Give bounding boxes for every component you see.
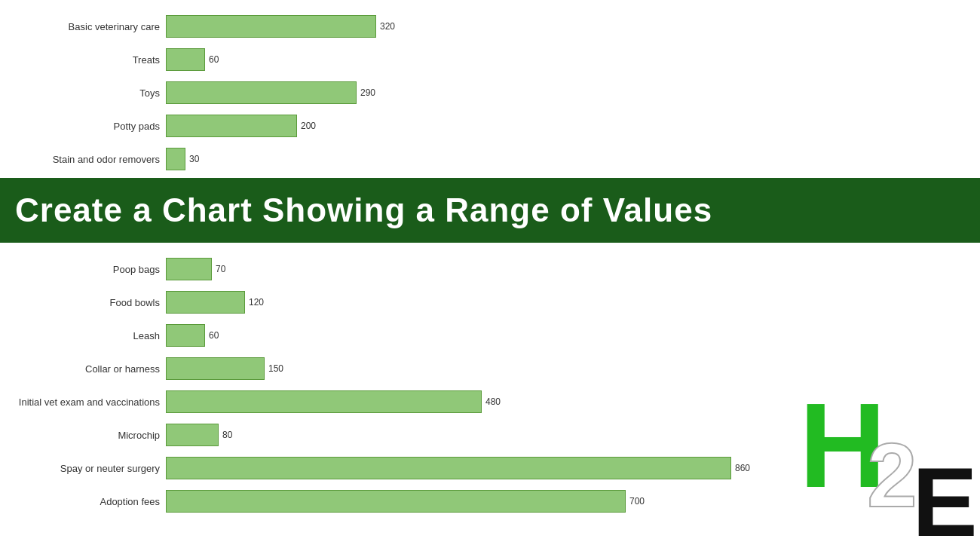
logo-2: 2 (867, 423, 917, 527)
chart-row: Treats60 (0, 45, 980, 74)
bar-value: 290 (360, 87, 375, 98)
logo: H 2 E (799, 385, 965, 536)
bar-value: 480 (485, 396, 501, 407)
bar (166, 258, 212, 280)
chart-row: Potty pads200 (0, 112, 980, 140)
bar-wrapper: 120 (166, 291, 264, 314)
bar-wrapper: 80 (166, 424, 232, 446)
bar-wrapper: 60 (166, 48, 219, 71)
chart-row: Stain and odor removers30 (0, 145, 980, 173)
banner: Create a Chart Showing a Range of Values (0, 178, 980, 243)
chart-label: Potty pads (0, 121, 166, 132)
bar (166, 490, 626, 513)
bar (166, 390, 482, 413)
chart-label: Treats (0, 54, 166, 66)
bar-wrapper: 60 (166, 324, 219, 347)
bar (166, 115, 297, 137)
bar-value: 700 (629, 496, 645, 507)
main-container: Basic veterinary care320Treats60Toys290P… (0, 0, 980, 551)
bar-wrapper: 30 (166, 148, 199, 170)
bar-value: 60 (209, 54, 219, 65)
bar-wrapper: 860 (166, 457, 750, 479)
chart-label: Food bowls (0, 297, 166, 308)
chart-label: Leash (0, 330, 166, 341)
bar (166, 357, 265, 380)
logo-e: E (912, 445, 978, 551)
top-chart: Basic veterinary care320Treats60Toys290P… (0, 0, 980, 173)
bar-value: 860 (735, 463, 750, 473)
bar-wrapper: 320 (166, 15, 395, 38)
chart-row: Food bowls120 (0, 288, 980, 317)
bar-wrapper: 290 (166, 81, 375, 104)
chart-row: Toys290 (0, 78, 980, 107)
chart-label: Initial vet exam and vaccinations (0, 396, 166, 408)
bar (166, 424, 219, 446)
bar-value: 120 (249, 297, 264, 308)
chart-row: Basic veterinary care320 (0, 12, 980, 41)
bar-value: 320 (380, 21, 395, 32)
chart-label: Microchip (0, 430, 166, 441)
bar (166, 457, 731, 479)
chart-label: Collar or harness (0, 363, 166, 375)
bar (166, 48, 205, 71)
bar-wrapper: 700 (166, 490, 645, 513)
chart-row: Poop bags70 (0, 255, 980, 283)
bar-value: 80 (222, 430, 232, 440)
banner-text: Create a Chart Showing a Range of Values (15, 191, 712, 228)
chart-label: Basic veterinary care (0, 21, 166, 32)
bar-value: 60 (209, 330, 219, 341)
chart-label: Stain and odor removers (0, 154, 166, 165)
bar-wrapper: 480 (166, 390, 501, 413)
bar (166, 81, 357, 104)
chart-label: Poop bags (0, 264, 166, 275)
bar-value: 70 (216, 264, 225, 274)
bar (166, 291, 245, 314)
bar-value: 30 (189, 154, 199, 164)
chart-label: Spay or neuter surgery (0, 463, 166, 474)
bar-value: 150 (268, 363, 283, 374)
bar-wrapper: 200 (166, 115, 316, 137)
bar-wrapper: 70 (166, 258, 225, 280)
bar (166, 15, 376, 38)
bar-value: 200 (301, 121, 316, 131)
chart-label: Toys (0, 87, 166, 99)
chart-label: Adoption fees (0, 496, 166, 507)
chart-row: Leash60 (0, 321, 980, 350)
bar-wrapper: 150 (166, 357, 283, 380)
bar (166, 324, 205, 347)
bar (166, 148, 185, 170)
